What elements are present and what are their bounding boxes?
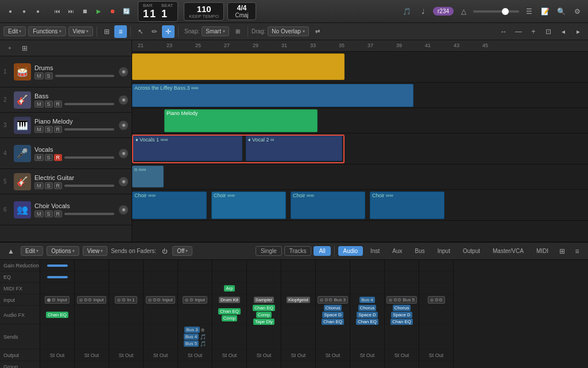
ch1-chan-eq[interactable]: Chan EQ bbox=[46, 312, 68, 318]
fast-forward-btn[interactable]: ⏭ bbox=[65, 6, 77, 17]
volume-vocals[interactable] bbox=[64, 156, 114, 159]
clip-vocal-2[interactable]: ♦ Vocal 2 ∞ for(let i=0;i<82;i++){ const… bbox=[246, 136, 342, 161]
cycle-btn[interactable]: 🔄 bbox=[121, 6, 132, 17]
ch9-space-d[interactable]: Space D bbox=[322, 312, 343, 318]
output-guitar[interactable]: ◉ bbox=[119, 177, 128, 186]
stop-btn[interactable]: ⏹ bbox=[79, 6, 91, 17]
ch6-input[interactable]: Drum Kit bbox=[212, 294, 246, 306]
lane-drums[interactable]: // Generate waveform bars for drums for(… bbox=[132, 52, 588, 83]
clip-choir-1[interactable]: Choir ∞∞ for(let i=0;i<63;i++){ const h=… bbox=[132, 191, 207, 219]
mute-guitar[interactable]: M bbox=[34, 182, 44, 189]
arrange-functions-btn[interactable]: Functions ▾ bbox=[28, 26, 65, 36]
ch5-bus5[interactable]: Bus 5 bbox=[184, 340, 199, 347]
mastervca-filter[interactable]: Master/VCA bbox=[488, 246, 529, 256]
pencil-tool[interactable]: ✏ bbox=[148, 25, 161, 38]
audio-filter[interactable]: Audio bbox=[338, 246, 363, 256]
mixer-more-btn[interactable]: ≡ bbox=[571, 245, 583, 258]
time-sig-display[interactable]: 4/4 Cmaj bbox=[227, 2, 256, 20]
ch1-gain-bar[interactable] bbox=[47, 264, 68, 267]
smart-controls-icon[interactable]: △ bbox=[457, 5, 470, 18]
ch6-midi-fx[interactable]: Arp bbox=[212, 283, 246, 294]
ch6-comp[interactable]: Comp bbox=[222, 315, 237, 321]
zoom-in-btn[interactable]: + bbox=[527, 25, 540, 38]
mixer-layout-btn[interactable]: ⊞ bbox=[556, 245, 568, 258]
volume-bass[interactable] bbox=[64, 103, 114, 105]
rec-guitar[interactable]: R bbox=[54, 182, 63, 189]
ch11-space-d[interactable]: Space D bbox=[391, 312, 412, 318]
clip-choir-4[interactable]: Choir ∞∞ for(let i=0;i<63;i++){ const h=… bbox=[370, 191, 444, 219]
ch2-input[interactable]: ⊙⊙ Input bbox=[75, 294, 109, 306]
snap-dropdown[interactable]: Smart ▾ bbox=[202, 26, 229, 36]
ch3-input[interactable]: ⊙ In 1 bbox=[109, 294, 143, 306]
ch5-bus3[interactable]: Bus 3 bbox=[184, 327, 199, 333]
lane-vocals[interactable]: ♦ Vocals 1 ∞∞ for(let i=0;i<92;i++){ con… bbox=[132, 133, 588, 164]
solo-bass[interactable]: S bbox=[45, 101, 53, 108]
lane-piano[interactable]: Piano Melody for(let i=0;i<130;i++){ con… bbox=[132, 108, 588, 133]
mute-vocals[interactable]: M bbox=[34, 154, 44, 161]
lane-bass[interactable]: Across the Liffey Bass.3 ∞∞ for(let i=0;… bbox=[132, 83, 588, 108]
rec-vocals[interactable]: R bbox=[54, 154, 63, 161]
maximize-btn[interactable]: ● bbox=[32, 6, 44, 17]
auto-zoom-btn[interactable]: ⊡ bbox=[542, 25, 555, 38]
rec-bass[interactable]: R bbox=[54, 101, 63, 108]
ch9-chorus[interactable]: Chorus bbox=[324, 305, 342, 311]
ch6-arp[interactable]: Arp bbox=[224, 285, 234, 292]
ch7-comp[interactable]: Comp bbox=[256, 312, 272, 318]
note-pad-icon[interactable]: 📝 bbox=[539, 5, 551, 18]
clip-choir-2[interactable]: Choir ∞∞ for(let i=0;i<63;i++){ const h=… bbox=[211, 191, 286, 219]
solo-drums[interactable]: S bbox=[45, 72, 53, 79]
arrange-view-btn[interactable]: View ▾ bbox=[68, 26, 94, 36]
loop-browser-icon[interactable]: 🔍 bbox=[555, 5, 567, 18]
mute-bass[interactable]: M bbox=[34, 101, 44, 108]
mute-piano[interactable]: M bbox=[34, 126, 44, 133]
mixer-view-btn[interactable]: View ▾ bbox=[83, 246, 108, 256]
clip-guitar[interactable]: n ∞∞ for(let i=0;i<26;i++){ const h=2+Ma… bbox=[132, 166, 164, 187]
marquee-tool[interactable]: ✛ bbox=[162, 25, 175, 38]
drag-dropdown[interactable]: No Overlap ▾ bbox=[268, 26, 309, 36]
ch4-input[interactable]: ⊙⊙ Input bbox=[144, 294, 177, 306]
output-bass[interactable]: ◉ bbox=[119, 95, 128, 105]
add-track-btn[interactable]: + bbox=[3, 42, 16, 55]
mute-choir[interactable]: M bbox=[34, 210, 44, 217]
ch10-chorus[interactable]: Chorus bbox=[358, 305, 377, 311]
rewind-btn[interactable]: ⏮ bbox=[52, 6, 63, 17]
pointer-tool[interactable]: ↖ bbox=[134, 25, 147, 38]
solo-guitar[interactable]: S bbox=[45, 182, 53, 189]
ch8-klopfgeist[interactable]: Klopfgeist bbox=[287, 297, 310, 303]
ch5-bus4[interactable]: Bus 4 bbox=[184, 334, 199, 340]
play-btn[interactable]: ▶ bbox=[93, 6, 105, 17]
zoom-out-btn[interactable]: — bbox=[512, 25, 525, 38]
ch7-chan-eq[interactable]: Chan EQ bbox=[253, 305, 275, 311]
output-piano[interactable]: ◉ bbox=[119, 121, 128, 130]
list-view-btn[interactable]: ≡ bbox=[114, 25, 127, 38]
scroll-left-btn[interactable]: ◂ bbox=[557, 25, 570, 38]
ch10-input[interactable]: Bus 4 bbox=[350, 294, 384, 306]
output-filter[interactable]: Output bbox=[458, 246, 485, 256]
ch10-bus4[interactable]: Bus 4 bbox=[359, 297, 374, 303]
mute-drums[interactable]: M bbox=[34, 72, 44, 79]
solo-vocals[interactable]: S bbox=[45, 154, 53, 161]
aux-filter[interactable]: Aux bbox=[387, 246, 407, 256]
library-icon[interactable]: ☰ bbox=[523, 5, 535, 18]
sends-off-btn[interactable]: Off ▾ bbox=[172, 246, 192, 256]
mixer-collapse-btn[interactable]: ▲ bbox=[5, 245, 17, 258]
input-filter[interactable]: Input bbox=[432, 246, 455, 256]
mixer-options-btn[interactable]: Options ▾ bbox=[47, 246, 79, 256]
volume-piano[interactable] bbox=[64, 128, 114, 131]
master-volume-slider[interactable] bbox=[473, 10, 519, 13]
clip-drums[interactable]: // Generate waveform bars for drums for(… bbox=[132, 53, 345, 80]
solo-piano[interactable]: S bbox=[45, 126, 53, 133]
output-vocals[interactable]: ◉ bbox=[119, 149, 128, 158]
tracks-tab[interactable]: Tracks bbox=[284, 246, 312, 256]
tempo-display[interactable]: 110 KEEP TEMPO bbox=[184, 2, 224, 21]
ch8-input[interactable]: Klopfgeist bbox=[281, 294, 315, 306]
inst-filter[interactable]: Inst bbox=[365, 246, 385, 256]
midi-filter[interactable]: MIDI bbox=[531, 246, 554, 256]
all-tab[interactable]: All bbox=[314, 246, 330, 256]
ch9-input[interactable]: ⊙⊙ Bus 3 bbox=[316, 294, 350, 306]
ch5-input[interactable]: ⊙ Input bbox=[178, 294, 212, 306]
ch1-eq-bar[interactable] bbox=[47, 276, 68, 278]
zoom-btn[interactable]: ↔ bbox=[497, 25, 510, 38]
minimize-btn[interactable]: ● bbox=[18, 6, 30, 17]
close-btn[interactable]: ● bbox=[5, 6, 16, 17]
